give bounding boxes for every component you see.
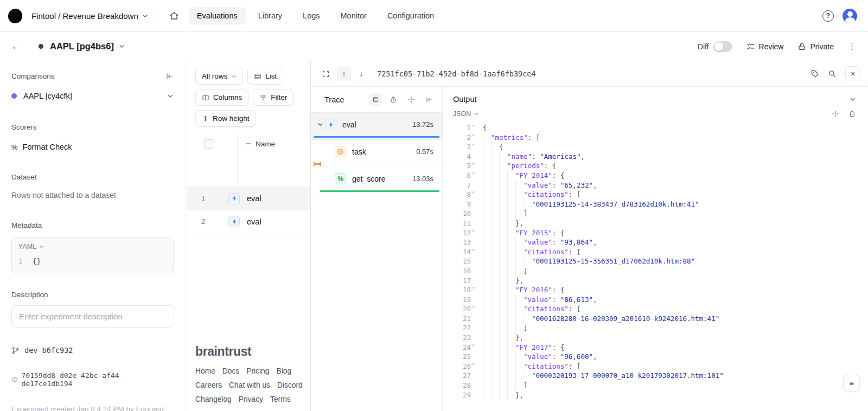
- line-number: 8: [443, 190, 471, 200]
- fold-chevron-icon[interactable]: [471, 123, 476, 128]
- fold-toggle[interactable]: [471, 304, 483, 314]
- row-actions-button[interactable]: ≡: [843, 375, 860, 391]
- review-button[interactable]: Review: [746, 42, 784, 51]
- project-breadcrumb[interactable]: Fintool / Revenue Breakdown: [31, 11, 148, 21]
- expand-panel-icon[interactable]: [318, 67, 333, 81]
- tab-library[interactable]: Library: [250, 7, 290, 24]
- view-list-button[interactable]: List: [247, 68, 283, 85]
- trace-span-get_score[interactable]: %get_score13.03s: [311, 167, 442, 194]
- more-menu-icon[interactable]: ⋮: [848, 42, 856, 52]
- focus-span-icon[interactable]: [405, 93, 418, 106]
- fold-toggle[interactable]: [471, 247, 483, 257]
- diff-toggle[interactable]: [713, 41, 732, 52]
- indent-guide: [499, 190, 507, 200]
- footer-link-careers[interactable]: Careers: [195, 381, 222, 389]
- code-line: 14"citations": [: [443, 247, 868, 257]
- collapse-output-icon[interactable]: [850, 96, 856, 102]
- private-button[interactable]: Private: [797, 42, 834, 51]
- footer-link-pricing[interactable]: Pricing: [246, 367, 269, 375]
- footer-link-changelog[interactable]: Changelog: [195, 395, 232, 403]
- description-input[interactable]: [11, 305, 174, 327]
- collapse-panel-icon[interactable]: [165, 72, 174, 80]
- footer-link-blog[interactable]: Blog: [276, 367, 291, 375]
- indent-guide: [507, 219, 515, 228]
- comparison-item[interactable]: AAPL [cy4cfk]: [11, 92, 174, 100]
- metadata-editor[interactable]: YAML 1 {}: [11, 237, 174, 273]
- copy-icon[interactable]: [848, 110, 856, 118]
- footer-link-docs[interactable]: Docs: [222, 367, 239, 375]
- fold-chevron-icon[interactable]: [471, 343, 476, 348]
- fold-toggle: [471, 181, 483, 190]
- line-content: "value": "93,864",: [483, 237, 597, 247]
- tab-configuration[interactable]: Configuration: [379, 7, 442, 24]
- timing-view-icon[interactable]: [387, 93, 400, 106]
- next-row-button[interactable]: ↓: [354, 67, 368, 81]
- fold-chevron-icon[interactable]: [471, 285, 476, 290]
- trace-column: Trace eval13.72stask0.57s%get_score13.03…: [311, 87, 443, 411]
- footer-link-chat-with-us[interactable]: Chat with us: [229, 381, 270, 389]
- indent-guide: [483, 181, 491, 190]
- columns-button[interactable]: Columns: [195, 89, 248, 106]
- format-dropdown[interactable]: JSON: [453, 110, 479, 118]
- fold-toggle[interactable]: [471, 142, 483, 152]
- expand-json-icon[interactable]: [832, 110, 839, 118]
- tag-icon[interactable]: [810, 69, 819, 78]
- back-button[interactable]: ←: [11, 41, 21, 52]
- help-glyph: ?: [826, 12, 830, 20]
- fold-chevron-icon[interactable]: [471, 228, 476, 233]
- footer-link-home[interactable]: Home: [195, 367, 215, 375]
- fold-toggle[interactable]: [471, 123, 483, 133]
- span-chevron[interactable]: [315, 121, 325, 127]
- table-row[interactable]: 1eval: [187, 187, 310, 210]
- experiment-title-dropdown[interactable]: AAPL [pg4bs6]: [50, 41, 125, 52]
- select-all-checkbox[interactable]: [204, 139, 213, 149]
- footer-link-privacy[interactable]: Privacy: [239, 395, 263, 403]
- fold-chevron-icon[interactable]: [471, 133, 476, 138]
- avatar[interactable]: [843, 9, 857, 23]
- braintrust-logo-icon[interactable]: [8, 9, 22, 23]
- table-row[interactable]: 2eval: [187, 210, 310, 233]
- scorer-item[interactable]: % Format Check: [11, 143, 174, 151]
- fold-toggle[interactable]: [471, 133, 483, 143]
- metadata-line-number: 1: [18, 257, 23, 265]
- fold-chevron-icon[interactable]: [471, 142, 476, 147]
- help-icon[interactable]: ?: [822, 10, 834, 22]
- git-branch-name: dev b6fc932: [24, 346, 73, 355]
- collapse-trace-icon[interactable]: [423, 93, 436, 106]
- tab-logs[interactable]: Logs: [295, 7, 328, 24]
- tab-monitor[interactable]: Monitor: [333, 7, 375, 24]
- prev-row-button[interactable]: ↑: [337, 67, 351, 81]
- fold-toggle[interactable]: [471, 161, 483, 171]
- fold-chevron-icon[interactable]: [471, 171, 476, 176]
- notes-view-icon[interactable]: [369, 93, 382, 106]
- fold-chevron-icon[interactable]: [471, 247, 476, 252]
- footer-link-discord[interactable]: Discord: [277, 381, 303, 389]
- indent-guide: [499, 237, 507, 247]
- arrow-down-icon: ↓: [360, 69, 363, 78]
- fold-toggle[interactable]: [471, 362, 483, 371]
- fold-toggle[interactable]: [471, 171, 483, 181]
- search-icon[interactable]: [828, 69, 837, 78]
- row-height-button[interactable]: Row height: [195, 110, 256, 127]
- fold-chevron-icon[interactable]: [471, 190, 476, 195]
- footer-link-terms[interactable]: Terms: [270, 395, 291, 403]
- fold-toggle[interactable]: [471, 343, 483, 352]
- json-viewer[interactable]: 1{2"metrics": [3{4"name": "Americas",5"p…: [443, 123, 868, 408]
- fold-chevron-icon[interactable]: [471, 161, 476, 166]
- metadata-format-dropdown[interactable]: YAML: [18, 243, 167, 251]
- fold-toggle[interactable]: [471, 228, 483, 238]
- filter-button[interactable]: Filter: [253, 89, 293, 106]
- trace-span-eval[interactable]: eval13.72s: [311, 113, 442, 140]
- trace-span-task[interactable]: task0.57s: [311, 140, 442, 167]
- fold-chevron-icon[interactable]: [471, 362, 476, 367]
- indent-guide: [499, 295, 507, 305]
- fold-toggle[interactable]: [471, 190, 483, 200]
- line-number: 14: [443, 247, 471, 257]
- name-column-header[interactable]: Name: [245, 140, 275, 148]
- fold-chevron-icon[interactable]: [471, 304, 476, 309]
- home-icon[interactable]: [165, 7, 183, 25]
- close-panel-button[interactable]: ×: [845, 66, 860, 81]
- rows-filter-dropdown[interactable]: All rows: [195, 68, 243, 85]
- fold-toggle[interactable]: [471, 285, 483, 295]
- tab-evaluations[interactable]: Evaluations: [189, 7, 246, 24]
